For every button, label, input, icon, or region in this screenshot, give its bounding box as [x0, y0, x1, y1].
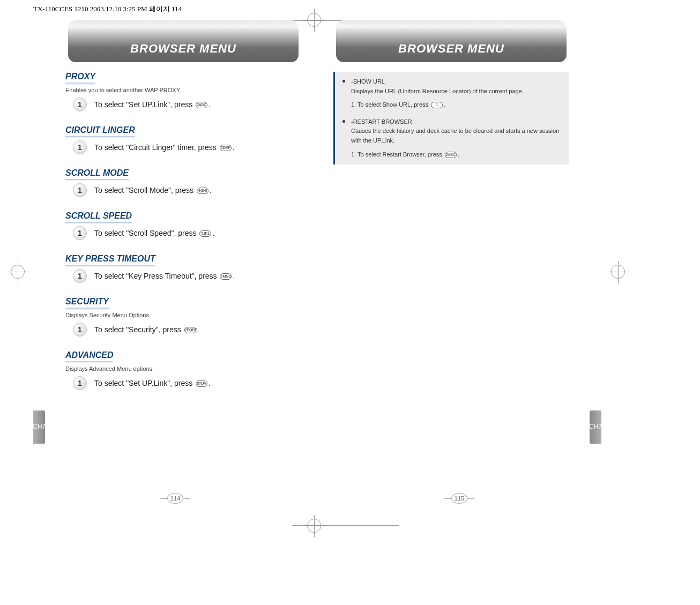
step-text: To select "Security", press 7PQRS. — [94, 325, 199, 334]
section-advanced: ADVANCED Displays Advanced Menu options.… — [65, 350, 301, 390]
section-key-press-timeout: KEY PRESS TIMEOUT 1 To select "Key Press… — [65, 254, 301, 283]
phone-key-icon: 8TUV — [196, 380, 207, 387]
info-step: 1. To select Restart Browser, press 2ABC… — [351, 150, 562, 160]
section-heading: ADVANCED — [65, 350, 113, 362]
section-heading: PROXY — [65, 72, 95, 84]
registration-mark-icon — [11, 265, 25, 279]
page-number-left: 114 — [167, 493, 183, 504]
step-number-bullet: 1 — [73, 376, 87, 390]
step-row: 1 To select "Key Press Timeout", press 6… — [73, 269, 301, 283]
registration-mark-icon — [307, 519, 321, 533]
step-row: 1 To select "Scroll Speed", press 5JKL. — [73, 226, 301, 240]
chapter-tab-right: CH7 — [590, 410, 601, 444]
step-row: 1 To select "Set UP.Link", press 8TUV. — [73, 376, 301, 390]
section-scroll-speed: SCROLL SPEED 1 To select "Scroll Speed",… — [65, 211, 301, 240]
page-spread: BROWSER MENU PROXY Enables you to select… — [33, 20, 601, 508]
info-box: -SHOW URL Displays the URL (Uniform Reso… — [333, 72, 569, 165]
info-desc: Causes the deck history and deck cache t… — [351, 126, 562, 145]
step-row: 1 To select "Security", press 7PQRS. — [73, 323, 301, 337]
info-step: 1. To select Show URL, press 1. — [351, 100, 562, 110]
step-text: To select "Scroll Speed", press 5JKL. — [94, 229, 214, 237]
section-scroll-mode: SCROLL MODE 1 To select "Scroll Mode", p… — [65, 168, 301, 197]
step-number-bullet: 1 — [73, 140, 87, 154]
section-proxy: PROXY Enables you to select another WAP … — [65, 72, 301, 111]
step-number-bullet: 1 — [73, 323, 87, 337]
section-heading: SCROLL MODE — [65, 168, 129, 180]
page-left: BROWSER MENU PROXY Enables you to select… — [33, 20, 317, 508]
step-row: 1 To select "Set UP.Link", press 2ABC. — [73, 98, 301, 111]
phone-key-icon: 5JKL — [199, 230, 211, 237]
print-header: TX-110CCES 1210 2003.12.10 3:25 PM 페이지 1… — [33, 4, 182, 14]
registration-mark-icon — [611, 265, 625, 279]
step-number-bullet: 1 — [73, 98, 87, 111]
step-text: To select "Set UP.Link", press 2ABC. — [94, 100, 211, 109]
section-desc: Displays Security Menu Options. — [65, 312, 301, 318]
info-item-show-url: -SHOW URL Displays the URL (Uniform Reso… — [346, 77, 562, 110]
page-title: BROWSER MENU — [130, 42, 236, 56]
section-desc: Enables you to select another WAP PROXY. — [65, 87, 301, 93]
step-number-bullet: 1 — [73, 269, 87, 283]
phone-key-icon: 2ABC — [196, 102, 207, 108]
phone-key-icon: 7PQRS — [184, 327, 196, 333]
section-heading: SECURITY — [65, 297, 109, 309]
step-text: To select "Circuit Linger" timer, press … — [94, 143, 235, 152]
page-title: BROWSER MENU — [398, 42, 504, 56]
section-desc: Displays Advanced Menu options. — [65, 365, 301, 372]
phone-key-icon: 2ABC — [445, 152, 457, 158]
info-desc: Displays the URL (Uniform Resource Locat… — [351, 87, 562, 96]
section-heading: CIRCUIT LINGER — [65, 125, 135, 137]
info-title: -RESTART BROWSER — [351, 117, 562, 127]
page-right: BROWSER MENU -SHOW URL Displays the URL … — [317, 20, 601, 508]
section-security: SECURITY Displays Security Menu Options.… — [65, 297, 301, 337]
step-text: To select "Set UP.Link", press 8TUV. — [94, 379, 211, 387]
section-heading: SCROLL SPEED — [65, 211, 132, 223]
title-bar-right: BROWSER MENU — [336, 20, 567, 62]
step-row: 1 To select "Circuit Linger" timer, pres… — [73, 140, 301, 154]
phone-key-icon: 4GHI — [197, 188, 208, 194]
step-number-bullet: 1 — [73, 226, 87, 240]
phone-key-icon: 6MNO — [220, 273, 232, 280]
page-number-right: 115 — [451, 493, 467, 504]
phone-key-icon: 3DEF — [220, 145, 232, 151]
info-title: -SHOW URL — [351, 77, 562, 87]
step-row: 1 To select "Scroll Mode", press 4GHI. — [73, 183, 301, 197]
section-heading: KEY PRESS TIMEOUT — [65, 254, 155, 266]
step-text: To select "Key Press Timeout", press 6MN… — [94, 272, 235, 280]
step-text: To select "Scroll Mode", press 4GHI. — [94, 186, 212, 195]
phone-key-icon: 1 — [431, 102, 443, 108]
chapter-tab-left: CH7 — [33, 410, 45, 444]
info-item-restart-browser: -RESTART BROWSER Causes the deck history… — [346, 117, 562, 159]
section-circuit-linger: CIRCUIT LINGER 1 To select "Circuit Ling… — [65, 125, 301, 154]
step-number-bullet: 1 — [73, 183, 87, 197]
title-bar-left: BROWSER MENU — [68, 20, 299, 62]
